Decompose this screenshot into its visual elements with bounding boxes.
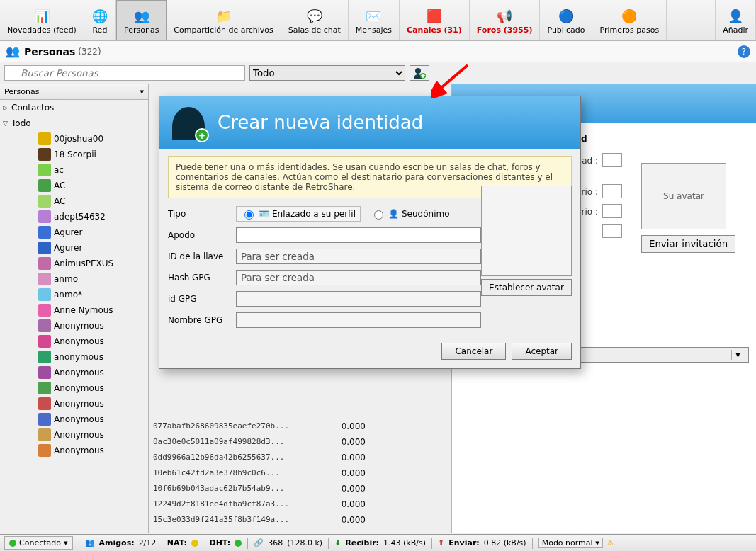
label-apodo: Apodo xyxy=(168,230,236,240)
item-label: Anonymous xyxy=(54,445,104,455)
hash-score: 0.000 xyxy=(323,437,380,447)
download-icon: ⬇ xyxy=(334,538,341,547)
hash-row[interactable]: 0ac30e0c5011a09af499828d3...0.000 xyxy=(149,434,451,450)
gpgname-field xyxy=(236,312,481,328)
tree-header[interactable]: Personas ▾ xyxy=(0,84,148,100)
tree-item[interactable]: Anonymous xyxy=(0,411,148,427)
send-invite-button[interactable]: Enviar invitación xyxy=(641,235,735,253)
toolbar-label: Añadir xyxy=(723,25,748,35)
hash-score: 0.000 xyxy=(323,515,380,525)
toolbar-msg[interactable]: ✉️Mensajes xyxy=(349,0,400,40)
tree-item[interactable]: Anne Nymous xyxy=(0,302,148,318)
radio-pseudo[interactable]: 👤Seudónimo xyxy=(366,207,454,221)
toolbar-net[interactable]: 🌐Red xyxy=(84,0,116,40)
svg-point-0 xyxy=(415,68,421,74)
hash-row[interactable]: 12249d2f8181ee4dfba9cf87a3...0.000 xyxy=(149,496,451,512)
hash-row[interactable]: 077abafb268609835eaefe270b...0.000 xyxy=(149,419,451,434)
dialog-avatar-pane: Establecer avatar xyxy=(481,186,573,296)
hash-row[interactable]: 0dd9966a12b96da42b6255637...0.000 xyxy=(149,450,451,465)
led-green-icon xyxy=(9,540,16,547)
tree-item[interactable]: Anonymous xyxy=(0,380,148,396)
expand-icon: ▽ xyxy=(3,120,11,127)
gpgid-field xyxy=(236,291,481,307)
tree-item[interactable]: anonymous xyxy=(0,349,148,365)
led-yellow-icon xyxy=(191,540,198,547)
filter-select[interactable]: Todo xyxy=(249,65,405,81)
toolbar-add[interactable]: 👤Añadir xyxy=(716,0,756,40)
help-icon[interactable]: ? xyxy=(738,45,750,58)
nat-label: NAT: xyxy=(167,538,187,547)
hash-value: 10f6b69b043adac62b7b54ab9... xyxy=(153,484,323,493)
friends-label: Amigos: xyxy=(99,538,135,547)
toolbar-label: Publicado xyxy=(547,25,585,35)
item-label: 00joshua00 xyxy=(54,134,103,144)
search-input[interactable] xyxy=(4,65,245,81)
set-avatar-button[interactable]: Establecer avatar xyxy=(481,279,572,296)
hash-row[interactable]: 15c3e033d9f241a35f8b3f149a...0.000 xyxy=(149,512,451,528)
avatar-icon xyxy=(38,288,51,301)
tree-item[interactable]: adept54632 xyxy=(0,209,148,225)
toolbar-chat[interactable]: 💬Salas de chat xyxy=(281,0,349,40)
tree-item[interactable]: AnimusPEXUS xyxy=(0,256,148,271)
item-label: Agurer xyxy=(54,227,82,237)
tree-group[interactable]: ▽Todo xyxy=(0,115,148,131)
people-icon: 👥 xyxy=(6,45,20,58)
add-identity-button[interactable] xyxy=(410,65,429,81)
accept-button[interactable]: Aceptar xyxy=(512,343,572,360)
mode-select[interactable]: Modo normal ▾ xyxy=(538,538,603,548)
item-label: Agurer xyxy=(54,243,82,253)
tree-item[interactable]: Anonymous xyxy=(0,396,148,411)
radio-linked-input[interactable] xyxy=(244,210,254,220)
tree-item[interactable]: AC xyxy=(0,193,148,209)
item-label: 18 Scorpii xyxy=(54,149,96,159)
tree-item[interactable]: Anonymous xyxy=(0,318,148,334)
tree-item[interactable]: anmo xyxy=(0,271,148,287)
toolbar-forum[interactable]: 📢Foros (3955) xyxy=(470,0,541,40)
status-bar: Conectado ▾ 👥 Amigos: 2/12 NAT: DHT: 🔗 3… xyxy=(0,534,756,551)
hash-score: 0.000 xyxy=(323,484,380,494)
value-box xyxy=(602,204,622,218)
hash-row[interactable]: 10f6b69b043adac62b7b54ab9...0.000 xyxy=(149,481,451,496)
recv-label: Recibir: xyxy=(345,538,379,547)
tree-item[interactable]: AC xyxy=(0,178,148,193)
toolbar-start[interactable]: 🟠Primeros pasos xyxy=(592,0,667,40)
toolbar-chan[interactable]: 🟥Canales (31) xyxy=(400,0,470,40)
item-label: anonymous xyxy=(54,352,103,362)
tree-item[interactable]: Anonymous xyxy=(0,365,148,380)
hash-row[interactable]: 10eb61c42fd2a3e378b9c0c6...0.000 xyxy=(149,465,451,481)
toolbar-label: Compartición de archivos xyxy=(174,25,273,35)
tree-item[interactable]: Agurer xyxy=(0,240,148,256)
toolbar-label: Salas de chat xyxy=(288,25,341,35)
avatar-placeholder: Su avatar xyxy=(641,163,726,229)
tree-item[interactable]: anmo* xyxy=(0,287,148,302)
tree-group[interactable]: ▷Contactos xyxy=(0,100,148,115)
hash-value: 10eb61c42fd2a3e378b9c0c6... xyxy=(153,468,323,477)
item-label: adept54632 xyxy=(54,212,106,222)
tree-item[interactable]: Anonymous xyxy=(0,427,148,443)
toolbar-label: Canales (31) xyxy=(407,25,462,35)
radio-pseudo-input[interactable] xyxy=(374,210,383,220)
tree-item[interactable]: Anonymous xyxy=(0,443,148,458)
cancel-button[interactable]: Cancelar xyxy=(441,343,506,360)
tree-item[interactable]: 18 Scorpii xyxy=(0,147,148,162)
item-label: Anonymous xyxy=(54,321,104,331)
avatar-icon xyxy=(38,351,51,363)
share-icon: 📁 xyxy=(215,7,232,24)
nickname-input[interactable] xyxy=(236,227,481,243)
tree-item[interactable]: ac xyxy=(0,162,148,178)
toolbar-feed[interactable]: 📊Novedades (feed) xyxy=(0,0,84,40)
toolbar-share[interactable]: 📁Compartición de archivos xyxy=(167,0,281,40)
toolbar-people[interactable]: 👥Personas xyxy=(116,0,167,40)
toolbar-pub[interactable]: 🔵Publicado xyxy=(540,0,592,40)
toolbar-label: Foros (3955) xyxy=(477,25,533,35)
search-row: Todo xyxy=(0,62,756,84)
tree-item[interactable]: Agurer xyxy=(0,225,148,240)
tree-item[interactable]: Anonymous xyxy=(0,334,148,349)
connection-status[interactable]: Conectado ▾ xyxy=(4,536,73,550)
page-title: Personas xyxy=(24,46,75,57)
radio-linked[interactable]: 🪪Enlazado a su perfil xyxy=(236,206,361,222)
chevron-down-icon: ▾ xyxy=(731,350,744,360)
item-label: anmo* xyxy=(54,290,82,300)
hash-score: 0.000 xyxy=(323,468,380,478)
tree-item[interactable]: 00joshua00 xyxy=(0,131,148,147)
